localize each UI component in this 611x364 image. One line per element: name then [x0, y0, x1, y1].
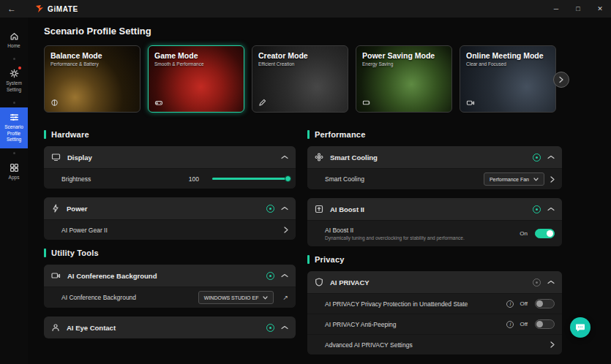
mode-card-online-meeting[interactable]: Online Meeting Mode Clear and Focused [460, 45, 556, 113]
carousel-next-button[interactable] [553, 72, 569, 88]
external-link-icon[interactable]: ↗ [282, 294, 288, 301]
mode-name: Game Mode [154, 51, 239, 60]
sidebar-item-scenario-profile-setting[interactable]: Scenario Profile Setting [0, 107, 28, 148]
section-title-performance: Performance [315, 130, 365, 139]
mode-subtitle: Clear and Focused [466, 61, 551, 67]
close-button[interactable]: ✕ [589, 0, 611, 18]
privacy-unattended-state: Off [520, 300, 528, 307]
brightness-value: 100 [189, 175, 199, 183]
fan-mode-dropdown[interactable]: Performance Fan [484, 172, 544, 186]
ai-boost-row: AI Boost II Dynamically tuning and overc… [307, 220, 562, 246]
privacy-anti-peeping-toggle[interactable] [535, 319, 555, 329]
boost-icon [315, 205, 323, 213]
ai-enabled-indicator [266, 272, 274, 280]
chevron-right-icon [558, 76, 564, 83]
ai-privacy-card-header[interactable]: AI PRIVACY [307, 271, 562, 293]
section-accent [307, 255, 310, 264]
pen-icon [258, 99, 266, 107]
mode-card-game[interactable]: Game Mode Smooth & Performance [148, 45, 244, 113]
camera-icon [51, 271, 61, 280]
mode-card-creator[interactable]: Creator Mode Efficient Creation [252, 45, 348, 113]
mode-subtitle: Performance & Battery [50, 61, 135, 67]
minimize-button[interactable]: ─ [545, 0, 567, 18]
chat-assistant-button[interactable] [570, 317, 591, 338]
smart-cooling-card-header[interactable]: Smart Cooling [307, 146, 562, 168]
chevron-up-icon[interactable] [281, 206, 288, 211]
sidebar-item-home[interactable]: Home [0, 26, 28, 54]
brightness-slider[interactable] [212, 178, 288, 180]
mode-card-balance[interactable]: Balance Mode Performance & Battery [44, 45, 140, 113]
ai-enabled-indicator [266, 205, 274, 213]
dropdown-value: WINDOWS STUDIO EF [204, 295, 259, 300]
ai-boost-toggle[interactable] [535, 229, 555, 238]
info-icon[interactable]: i [506, 300, 514, 308]
privacy-anti-peeping-row: AI PRIVACY Anti-Peeping i Off [307, 314, 562, 334]
chevron-up-icon[interactable] [547, 280, 555, 284]
mode-subtitle: Efficient Creation [258, 61, 343, 67]
eye-contact-card-header[interactable]: AI Eye Contact [44, 316, 296, 338]
sidebar-item-system-setting[interactable]: System Setting [0, 64, 28, 98]
conference-card-header[interactable]: AI Conference Background [44, 265, 296, 287]
sidebar-label-apps: Apps [9, 175, 20, 181]
brightness-row: Brightness 100 [44, 168, 296, 189]
ai-boost-row-label: AI Boost II [325, 227, 514, 234]
section-title-privacy: Privacy [315, 255, 345, 264]
section-performance: Performance [307, 130, 562, 139]
section-privacy: Privacy [307, 255, 562, 264]
ai-boost-card-header[interactable]: AI Boost II [307, 198, 562, 220]
power-card-title: Power [67, 205, 260, 213]
back-button[interactable]: ← [7, 4, 23, 14]
privacy-advanced-row[interactable]: Advanced AI PRIVACY Settings [307, 334, 562, 354]
ai-power-gear-row[interactable]: AI Power Gear II [44, 219, 296, 240]
chevron-right-icon[interactable] [550, 176, 555, 183]
sidebar-divider [13, 152, 15, 154]
ai-disabled-indicator [533, 278, 541, 287]
mode-subtitle: Energy Saving [362, 61, 447, 67]
chevron-up-icon[interactable] [281, 273, 288, 278]
display-card-title: Display [67, 153, 274, 162]
sidebar-label-home: Home [7, 43, 20, 49]
ai-privacy-card: AI PRIVACY AI PRIVACY Privacy Protection… [307, 271, 562, 354]
conference-card-title: AI Conference Background [67, 272, 260, 280]
chevron-right-icon [284, 227, 288, 233]
person-icon [51, 323, 60, 332]
gear-icon [10, 69, 19, 78]
chevron-down-icon [263, 296, 268, 300]
ai-enabled-indicator [533, 205, 541, 213]
toggle-knob [547, 230, 553, 237]
chevron-up-icon[interactable] [281, 325, 288, 330]
maximize-button[interactable]: □ [567, 0, 589, 18]
section-title-hardware: Hardware [51, 130, 89, 139]
chat-bubble-icon [575, 323, 585, 333]
video-call-icon [466, 99, 475, 107]
display-card-header[interactable]: Display [44, 146, 296, 168]
info-icon[interactable]: i [506, 321, 514, 328]
eye-contact-card-title: AI Eye Contact [67, 324, 260, 332]
sidebar-divider [13, 102, 15, 104]
section-hardware: Hardware [44, 130, 296, 139]
battery-leaf-icon [362, 99, 371, 107]
balance-mode-icon [50, 99, 59, 107]
mode-carousel: Balance Mode Performance & Battery Game … [44, 45, 565, 113]
privacy-unattended-row: AI PRIVACY Privacy Protection in Unatten… [307, 293, 562, 314]
app-logo: GiMATE [35, 4, 78, 13]
mode-subtitle: Smooth & Performance [154, 61, 239, 67]
ai-conference-background-card: AI Conference Background AI Conference B… [44, 265, 296, 308]
left-column: Hardware Display Brightness 100 [44, 124, 296, 347]
chevron-up-icon[interactable] [547, 155, 555, 159]
privacy-unattended-label: AI PRIVACY Privacy Protection in Unatten… [325, 300, 501, 308]
privacy-unattended-toggle[interactable] [535, 299, 555, 308]
chevron-right-icon [550, 341, 555, 348]
sidebar-item-apps[interactable]: Apps [0, 158, 28, 186]
monitor-icon [51, 153, 61, 162]
smart-cooling-row: Smart Cooling Performance Fan [307, 168, 562, 189]
sidebar-label-scenario: Scenario Profile Setting [1, 124, 27, 143]
chevron-up-icon[interactable] [547, 207, 555, 211]
mode-name: Power Saving Mode [362, 51, 447, 60]
chevron-up-icon[interactable] [281, 155, 288, 159]
conference-background-dropdown[interactable]: WINDOWS STUDIO EF [198, 291, 274, 304]
app-window: ← GiMATE ─ □ ✕ Home Syste [0, 0, 611, 364]
power-card-header[interactable]: Power [44, 197, 296, 219]
mode-card-power-saving[interactable]: Power Saving Mode Energy Saving [356, 45, 452, 113]
slider-knob[interactable] [285, 175, 291, 182]
